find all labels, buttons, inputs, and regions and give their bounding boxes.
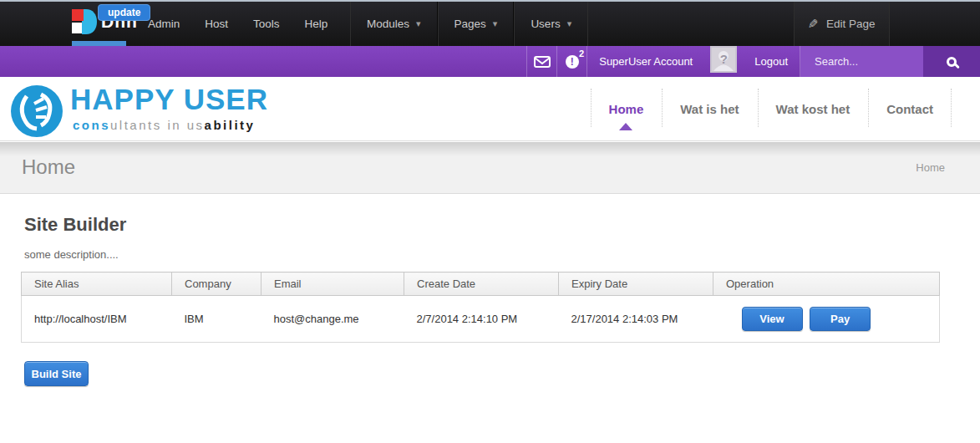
search-button[interactable]: [923, 46, 980, 77]
column-header-email: Email: [262, 272, 404, 296]
menu-item-tools[interactable]: Tools: [241, 2, 292, 46]
logout-link[interactable]: Logout: [743, 46, 800, 77]
column-header-expiry-date: Expiry Date: [559, 272, 713, 296]
cell-company: IBM: [172, 296, 262, 343]
messages-button[interactable]: [527, 46, 556, 77]
page-title: Home: [22, 155, 75, 179]
table-row: http://localhost/IBM IBM host@change.me …: [22, 296, 940, 343]
dnn-logo-icon: [72, 9, 97, 34]
chevron-down-icon: ▾: [493, 18, 498, 29]
chevron-down-icon: ▾: [416, 18, 421, 29]
mail-icon: [534, 56, 551, 68]
user-bar-spacer: [0, 46, 526, 77]
breadcrumb[interactable]: Home: [916, 161, 945, 174]
happy-user-logo-icon: [11, 85, 63, 137]
build-site-button[interactable]: Build Site: [24, 361, 89, 386]
user-bar: ! 2 SuperUser Account ? Logout: [0, 46, 980, 77]
module-heading: Site Builder: [24, 214, 126, 236]
nav-item-wat-is-het[interactable]: Wat is het: [662, 77, 757, 140]
edit-page-label: Edit Page: [826, 18, 876, 30]
column-header-operation: Operation: [713, 272, 940, 296]
tagline-lead: cons: [73, 118, 110, 132]
nav-item-contact[interactable]: Contact: [868, 77, 952, 140]
view-button[interactable]: View: [742, 307, 803, 331]
edit-page-button[interactable]: ✎ Edit Page: [794, 2, 890, 46]
nav-item-wat-kost-het-label: Wat kost het: [776, 102, 851, 116]
dnn-admin-bar: Dnn update Admin Host Tools Help Modules…: [0, 2, 980, 46]
active-tab-triangle-icon: [619, 123, 632, 130]
notification-count-badge: 2: [579, 48, 584, 59]
nav-item-contact-label: Contact: [886, 102, 933, 116]
account-link[interactable]: SuperUser Account: [587, 46, 704, 77]
operation-buttons: View Pay: [742, 307, 871, 331]
menu-dropdown-modules[interactable]: Modules ▾: [350, 2, 438, 46]
alert-icon: !: [566, 55, 579, 69]
search-input[interactable]: [800, 46, 923, 77]
menu-dropdown-users-label: Users: [531, 18, 560, 30]
column-header-site-alias: Site Alias: [22, 272, 172, 296]
cell-site-alias: http://localhost/IBM: [22, 296, 172, 343]
site-logo[interactable]: [11, 85, 63, 140]
menu-item-help[interactable]: Help: [292, 2, 341, 46]
cell-create-date: 2/7/2014 2:14:10 PM: [404, 296, 559, 343]
main-nav: Home Wat is het Wat kost het Contact: [591, 77, 952, 140]
content-menu: Modules ▾ Pages ▾ Users ▾: [350, 2, 588, 46]
pencil-icon: ✎: [808, 17, 819, 32]
search-icon: [947, 57, 957, 67]
menu-dropdown-modules-label: Modules: [367, 18, 409, 30]
sites-table: Site Alias Company Email Create Date Exp…: [21, 272, 940, 343]
chevron-down-icon: ▾: [567, 18, 572, 29]
table-header-row: Site Alias Company Email Create Date Exp…: [22, 272, 940, 296]
tagline-tail: ability: [205, 118, 256, 132]
main-content: Site Builder some description.... Site A…: [0, 195, 980, 443]
menu-dropdown-users[interactable]: Users ▾: [514, 2, 588, 46]
nav-item-home-label: Home: [609, 102, 644, 116]
avatar[interactable]: ?: [710, 46, 737, 73]
site-tagline: consultants in usability: [73, 118, 255, 132]
nav-item-home[interactable]: Home: [591, 77, 663, 140]
breadcrumb-bar: Home Home: [0, 142, 980, 194]
nav-item-wat-is-het-label: Wat is het: [680, 102, 739, 116]
cell-operation: View Pay: [713, 296, 940, 343]
site-header: HAPPY USER consultants in usability Home…: [0, 77, 980, 141]
tagline-mid: ultants in us: [110, 118, 205, 132]
column-header-company: Company: [172, 272, 262, 296]
cell-email: host@change.me: [262, 296, 404, 343]
nav-item-wat-kost-het[interactable]: Wat kost het: [758, 77, 869, 140]
module-description: some description....: [24, 248, 119, 261]
cell-expiry-date: 2/17/2014 2:14:03 PM: [559, 296, 713, 343]
notifications-button[interactable]: ! 2: [557, 46, 586, 77]
avatar-question-glyph: ?: [720, 52, 728, 66]
site-title[interactable]: HAPPY USER: [70, 83, 268, 116]
admin-menu: Admin Host Tools Help: [135, 2, 340, 46]
menu-dropdown-pages[interactable]: Pages ▾: [438, 2, 515, 46]
pay-button[interactable]: Pay: [810, 307, 871, 331]
column-header-create-date: Create Date: [404, 272, 559, 296]
menu-dropdown-pages-label: Pages: [454, 18, 486, 30]
update-badge[interactable]: update: [98, 4, 150, 21]
menu-item-host[interactable]: Host: [192, 2, 241, 46]
